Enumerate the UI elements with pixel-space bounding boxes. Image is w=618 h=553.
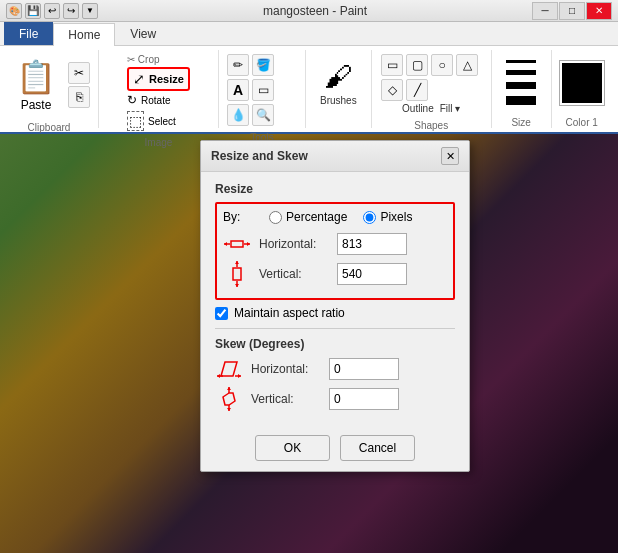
paste-label: Paste xyxy=(21,98,52,112)
shape-ellipse[interactable]: ○ xyxy=(431,54,453,76)
cancel-button[interactable]: Cancel xyxy=(340,435,415,461)
dialog-close-button[interactable]: ✕ xyxy=(441,147,459,165)
size-line-2[interactable] xyxy=(506,70,536,75)
ok-button[interactable]: OK xyxy=(255,435,330,461)
maintain-aspect-checkbox[interactable] xyxy=(215,307,228,320)
svg-marker-2 xyxy=(224,242,227,246)
pixels-label: Pixels xyxy=(380,210,412,224)
window-title: mangosteen - Paint xyxy=(98,4,532,18)
outline-label[interactable]: Outline xyxy=(402,103,434,114)
brushes-button[interactable]: 🖌 Brushes xyxy=(314,56,363,110)
size-content xyxy=(506,50,536,115)
undo-icon[interactable]: ↩ xyxy=(44,3,60,19)
resize-icon: ⤢ xyxy=(133,71,145,87)
maximize-button[interactable]: □ xyxy=(559,2,585,20)
ribbon-group-image: ✂ Crop ⤢ Resize ↻ Rotate ⬚ Select Image xyxy=(99,50,219,128)
clipboard-content: 📋 Paste ✂ ⎘ xyxy=(8,50,90,120)
percentage-radio[interactable] xyxy=(269,211,282,224)
brushes-icon: 🖌 xyxy=(324,60,352,93)
app-icon: 🎨 xyxy=(6,3,22,19)
size-line-3[interactable] xyxy=(506,82,536,89)
svg-marker-7 xyxy=(235,261,239,264)
svg-marker-18 xyxy=(227,408,231,411)
close-button[interactable]: ✕ xyxy=(586,2,612,20)
size-label: Size xyxy=(511,117,530,128)
skew-v-icon xyxy=(219,385,239,413)
skew-vertical-row: Vertical: xyxy=(215,387,455,411)
brushes-content: 🖌 Brushes xyxy=(314,50,363,115)
copy-button[interactable]: ⎘ xyxy=(68,86,90,108)
vertical-input[interactable] xyxy=(337,263,407,285)
redo-icon[interactable]: ↪ xyxy=(63,3,79,19)
window-controls: ─ □ ✕ xyxy=(532,2,612,20)
skew-vertical-label: Vertical: xyxy=(251,392,321,406)
tab-view[interactable]: View xyxy=(115,22,171,45)
size-line-1[interactable] xyxy=(506,60,536,63)
ribbon-group-size: Size xyxy=(492,50,552,128)
shape-diamond[interactable]: ◇ xyxy=(381,79,403,101)
svg-marker-11 xyxy=(217,374,220,378)
shape-line[interactable]: ╱ xyxy=(406,79,428,101)
eraser-tool[interactable]: ▭ xyxy=(252,79,274,101)
skew-horizontal-icon xyxy=(215,357,243,381)
horizontal-row: Horizontal: xyxy=(223,232,447,256)
horizontal-resize-icon xyxy=(223,232,251,256)
ribbon-group-shapes: ▭ ▢ ○ △ ◇ ╱ Outline Fill ▾ Shapes xyxy=(372,50,492,128)
pencil-tool[interactable]: ✏ xyxy=(227,54,249,76)
ribbon-group-color: Color 1 xyxy=(552,50,612,128)
divider xyxy=(215,328,455,329)
eyedropper-tool[interactable]: 💧 xyxy=(227,104,249,126)
skew-horizontal-input[interactable] xyxy=(329,358,399,380)
vertical-row: Vertical: xyxy=(223,262,447,286)
fill-label[interactable]: Fill ▾ xyxy=(440,103,461,114)
cut-button[interactable]: ✂ xyxy=(68,62,90,84)
svg-rect-5 xyxy=(233,268,241,280)
skew-horizontal-label: Horizontal: xyxy=(251,362,321,376)
tab-home[interactable]: Home xyxy=(53,23,115,46)
pixels-option[interactable]: Pixels xyxy=(363,210,412,224)
shape-triangle[interactable]: △ xyxy=(456,54,478,76)
magnify-tool[interactable]: 🔍 xyxy=(252,104,274,126)
dropdown-icon[interactable]: ▼ xyxy=(82,3,98,19)
clipboard-label: Clipboard xyxy=(28,122,71,133)
image-content: ✂ Crop ⤢ Resize ↻ Rotate ⬚ Select xyxy=(127,50,190,135)
size-line-4[interactable] xyxy=(506,96,536,105)
skew-h-icon xyxy=(215,358,243,380)
fill-tool[interactable]: 🪣 xyxy=(252,54,274,76)
color-content xyxy=(560,50,604,115)
percentage-label: Percentage xyxy=(286,210,347,224)
skew-vertical-input[interactable] xyxy=(329,388,399,410)
tab-file[interactable]: File xyxy=(4,22,53,45)
shape-rect[interactable]: ▭ xyxy=(381,54,403,76)
select-button[interactable]: ⬚ Select xyxy=(127,111,176,131)
color1-label: Color 1 xyxy=(566,117,598,128)
percentage-option[interactable]: Percentage xyxy=(269,210,347,224)
text-tool[interactable]: A xyxy=(227,79,249,101)
resize-label: Resize xyxy=(149,73,184,85)
save-icon-small[interactable]: 💾 xyxy=(25,3,41,19)
by-row: By: Percentage Pixels xyxy=(223,210,447,224)
select-icon: ⬚ xyxy=(127,111,144,131)
horizontal-input[interactable] xyxy=(337,233,407,255)
paste-button[interactable]: 📋 Paste xyxy=(8,54,64,116)
dialog-body: Resize By: Percentage Pixels xyxy=(201,172,469,427)
rotate-button[interactable]: ↻ Rotate xyxy=(127,93,170,107)
image-label: Image xyxy=(145,137,173,148)
rotate-icon: ↻ xyxy=(127,93,137,107)
ribbon-tabs: File Home View xyxy=(0,22,618,46)
dialog-title: Resize and Skew xyxy=(211,149,308,163)
svg-marker-14 xyxy=(221,362,237,376)
svg-marker-16 xyxy=(227,387,231,390)
ribbon-group-clipboard: 📋 Paste ✂ ⎘ Clipboard xyxy=(0,50,99,128)
resize-section-label: Resize xyxy=(215,182,455,196)
shape-rounded-rect[interactable]: ▢ xyxy=(406,54,428,76)
color1-swatch[interactable] xyxy=(560,61,604,105)
svg-rect-0 xyxy=(231,241,243,247)
crop-button-label[interactable]: ✂ Crop xyxy=(127,54,159,65)
window-chrome: 🎨 💾 ↩ ↪ ▼ mangosteen - Paint ─ □ ✕ File … xyxy=(0,0,618,134)
resize-button[interactable]: ⤢ Resize xyxy=(127,67,190,91)
pixels-radio[interactable] xyxy=(363,211,376,224)
svg-marker-4 xyxy=(247,242,250,246)
skew-vertical-icon xyxy=(215,387,243,411)
minimize-button[interactable]: ─ xyxy=(532,2,558,20)
